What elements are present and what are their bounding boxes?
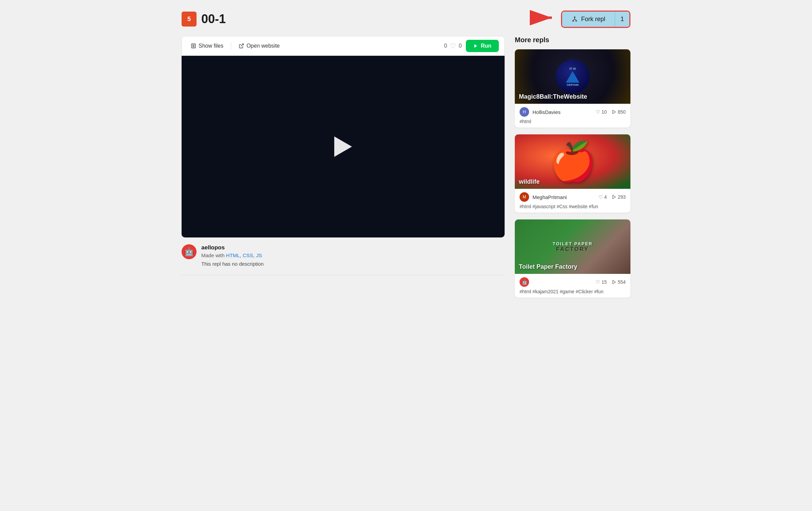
views-icon-toilet (612, 280, 616, 284)
author-info: aellopos Made with HTML, CSS, JS This re… (201, 244, 505, 267)
repl-info-toilet: 🤖 ♡ 15 554 (515, 274, 630, 298)
open-website-button[interactable]: Open website (235, 41, 283, 51)
header-left: 5 00-1 (182, 12, 226, 27)
repl-stats-wildlife: ♡ 4 293 (598, 194, 626, 200)
left-column: Show files Open website 0 ♡ 0 (182, 36, 505, 275)
play-icon (334, 136, 352, 157)
likes-count-wildlife: 4 (604, 194, 607, 200)
like-count-right: 0 (459, 43, 462, 49)
right-column: More repls IT IS CERTAIN Magic8Ball:TheW… (515, 36, 630, 304)
views-count-magic8ball: 850 (618, 109, 626, 115)
repl-thumb-label-toilet: Toilet Paper Factory (519, 263, 577, 270)
run-icon (473, 44, 478, 48)
external-link-icon (239, 43, 244, 49)
fork-btn-wrapper: Fork repl 1 (561, 11, 630, 28)
repl-info-wildlife: M MeghaPritmani ♡ 4 (515, 189, 630, 213)
tech-html-link[interactable]: HTML (226, 252, 240, 258)
magic8-ball-inner: IT IS CERTAIN (556, 60, 590, 94)
show-files-label: Show files (199, 43, 223, 49)
repl-card-wildlife[interactable]: 🍎 wildlife M MeghaPritmani ♡ 4 (515, 134, 630, 213)
repl-thumbnail-wildlife: 🍎 wildlife (515, 134, 630, 189)
run-button[interactable]: Run (466, 40, 499, 52)
repl-avatar-wildlife: M (520, 192, 529, 202)
avatar: 🤖 (182, 244, 197, 259)
repl-avatar-magic8ball: H (520, 107, 529, 117)
views-icon-wildlife (612, 195, 616, 199)
toilet-title-top: TOILET PAPER (553, 241, 592, 246)
header: 5 00-1 (182, 10, 630, 28)
repl-stats-toilet: ♡ 15 554 (596, 279, 626, 285)
fork-count-button[interactable]: 1 (615, 12, 629, 27)
made-with-prefix: Made with (201, 252, 226, 258)
made-with: Made with HTML, CSS, JS (201, 252, 505, 258)
views-stat-toilet: 554 (612, 279, 626, 285)
repl-meta-wildlife: M MeghaPritmani ♡ 4 (520, 192, 626, 202)
views-stat-wildlife: 293 (612, 194, 626, 200)
repl-avatar-toilet: 🤖 (520, 277, 529, 287)
files-icon (191, 43, 196, 49)
views-icon-magic8ball (612, 110, 616, 114)
svg-line-7 (575, 19, 576, 20)
apple-icon: 🍎 (549, 143, 596, 180)
author-section: 🤖 aellopos Made with HTML, CSS, JS This … (182, 244, 505, 267)
repl-info-magic8ball: H HollisDavies ♡ 10 (515, 104, 630, 128)
likes-stat-wildlife: ♡ 4 (598, 194, 607, 200)
repl-author-magic8ball: HollisDavies (532, 109, 592, 115)
repl-meta-toilet: 🤖 ♡ 15 554 (520, 277, 626, 287)
repl-stats-magic8ball: ♡ 10 850 (596, 109, 626, 115)
svg-line-6 (573, 19, 575, 20)
author-name: aellopos (201, 244, 505, 251)
heart-icon-magic8ball: ♡ (596, 109, 600, 115)
page-title: 00-1 (201, 12, 226, 26)
divider (182, 275, 505, 275)
heart-icon-wildlife: ♡ (598, 194, 603, 200)
more-repls-title: More repls (515, 36, 630, 44)
repl-thumbnail-toilet: TOILET PAPER FACTORY Toilet Paper Factor… (515, 219, 630, 274)
svg-point-3 (573, 20, 574, 21)
repl-tags-wildlife: #html #javascript #Css #website #fun (520, 204, 626, 209)
toolbar-divider (231, 42, 231, 50)
main-layout: Show files Open website 0 ♡ 0 (182, 36, 630, 304)
views-count-wildlife: 293 (618, 194, 626, 200)
magic8-triangle (566, 71, 579, 83)
repl-author-wildlife: MeghaPritmani (532, 194, 595, 200)
svg-point-4 (576, 20, 577, 21)
tech-css-link[interactable]: CSS (243, 252, 253, 258)
show-files-button[interactable]: Show files (187, 41, 227, 51)
like-count-left: 0 (444, 43, 447, 49)
repl-tags-magic8ball: #html (520, 119, 626, 124)
heart-icon[interactable]: ♡ (450, 42, 456, 50)
repl-meta-magic8ball: H HollisDavies ♡ 10 (520, 107, 626, 117)
fork-icon (572, 16, 578, 22)
repl-card-toilet[interactable]: TOILET PAPER FACTORY Toilet Paper Factor… (515, 219, 630, 298)
repl-tags-toilet: #html #kajam2021 #game #Clicker #fun (520, 289, 626, 294)
fork-repl-button[interactable]: Fork repl (562, 12, 615, 27)
heart-icon-toilet: ♡ (596, 279, 600, 285)
views-stat-magic8ball: 850 (612, 109, 626, 115)
likes-count-toilet: 15 (602, 279, 607, 285)
arrow-icon (530, 10, 557, 28)
video-area[interactable] (182, 56, 505, 237)
description: This repl has no description (201, 261, 505, 267)
svg-marker-15 (613, 195, 615, 199)
views-count-toilet: 554 (618, 279, 626, 285)
repl-thumbnail-magic8ball: IT IS CERTAIN Magic8Ball:TheWebsite (515, 49, 630, 104)
svg-marker-14 (613, 110, 615, 114)
toilet-title-bottom: FACTORY (553, 246, 592, 252)
likes-stat-magic8ball: ♡ 10 (596, 109, 607, 115)
open-website-label: Open website (247, 43, 280, 49)
likes-stat-toilet: ♡ 15 (596, 279, 607, 285)
tech-js-link[interactable]: JS (256, 252, 262, 258)
repl-thumb-label-magic8ball: Magic8Ball:TheWebsite (519, 93, 587, 100)
repl-thumb-label-wildlife: wildlife (519, 178, 540, 185)
fork-btn-label: Fork repl (581, 16, 605, 23)
svg-marker-16 (613, 280, 615, 284)
svg-point-2 (574, 17, 575, 18)
page-wrapper: 5 00-1 (168, 0, 644, 315)
magic8-text: IT IS CERTAIN (566, 67, 579, 86)
run-label: Run (481, 43, 491, 49)
likes-count-magic8ball: 10 (602, 109, 607, 115)
like-area: 0 ♡ 0 (444, 42, 462, 50)
toolbar: Show files Open website 0 ♡ 0 (182, 36, 505, 56)
repl-card-magic8ball[interactable]: IT IS CERTAIN Magic8Ball:TheWebsite H Ho… (515, 49, 630, 128)
